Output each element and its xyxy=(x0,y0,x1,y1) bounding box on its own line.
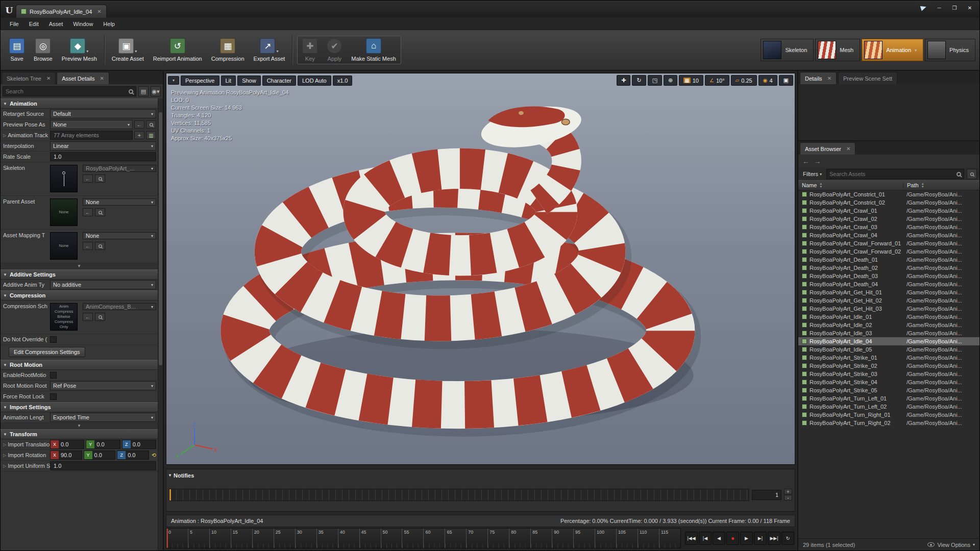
to-front-button[interactable]: |◀◀ xyxy=(685,532,698,545)
minimize-button[interactable]: ─ xyxy=(932,3,947,13)
asset-row[interactable]: RosyBoaPolyArt_Turn_Left_02/Game/RosyBoa… xyxy=(798,403,979,411)
section-expander[interactable]: ▼ xyxy=(1,423,158,429)
lit-mode-button[interactable]: Lit xyxy=(221,76,236,86)
timeline-tick[interactable]: 35 xyxy=(316,529,338,548)
menu-window[interactable]: Window xyxy=(68,19,98,29)
timeline-tick[interactable]: 110 xyxy=(638,529,659,548)
column-header-path[interactable]: Path ▲▼ xyxy=(903,182,979,188)
timeline-tick[interactable]: 30 xyxy=(295,529,316,548)
asset-row[interactable]: RosyBoaPolyArt_Death_02/Game/RosyBoa/Ani… xyxy=(798,264,979,272)
parent-asset-thumbnail[interactable]: None xyxy=(50,198,78,226)
import-uniform-scale-input[interactable]: 1.0 xyxy=(50,461,156,470)
preview-pose-dropdown[interactable]: None▾ xyxy=(50,120,133,129)
timeline-tick[interactable]: 40 xyxy=(338,529,359,548)
asset-row[interactable]: RosyBoaPolyArt_Turn_Right_01/Game/RosyBo… xyxy=(798,411,979,419)
viewport-3d[interactable]: ▾ Perspective Lit Show Character LOD Aut… xyxy=(166,73,795,465)
asset-row[interactable]: RosyBoaPolyArt_Death_04/Game/RosyBoa/Ani… xyxy=(798,280,979,288)
notifies-count[interactable]: 1 xyxy=(752,490,781,500)
asset-row[interactable]: RosyBoaPolyArt_Death_03/Game/RosyBoa/Ani… xyxy=(798,272,979,280)
browse-to-icon[interactable] xyxy=(95,208,105,216)
collapse-icon[interactable]: ▾ xyxy=(169,473,171,478)
parent-asset-dropdown[interactable]: None▾ xyxy=(83,198,156,206)
asset-row[interactable]: RosyBoaPolyArt_Idle_05/Game/RosyBoa/Ani.… xyxy=(798,345,979,354)
use-selected-icon[interactable]: ← xyxy=(83,174,93,183)
asset-row[interactable]: RosyBoaPolyArt_Get_Hit_02/Game/RosyBoa/A… xyxy=(798,296,979,305)
history-back-button[interactable]: ← xyxy=(802,158,809,165)
export-asset-button[interactable]: ↗▾ Export Asset xyxy=(249,36,290,64)
timeline-ruler[interactable]: 0510152025303540455055606570758085909510… xyxy=(166,528,681,548)
reset-to-default-icon[interactable]: ⟲ xyxy=(152,452,156,459)
use-selected-icon[interactable]: ← xyxy=(83,242,93,250)
timeline-tick[interactable]: 70 xyxy=(466,529,487,548)
browse-to-icon[interactable] xyxy=(146,120,156,129)
section-root-motion[interactable]: ▼Root Motion xyxy=(1,360,158,370)
asset-row[interactable]: RosyBoaPolyArt_Crawl_03/Game/RosyBoa/Ani… xyxy=(798,223,979,231)
enable-root-motion-checkbox[interactable] xyxy=(50,372,57,379)
asset-row[interactable]: RosyBoaPolyArt_Get_Hit_01/Game/RosyBoa/A… xyxy=(798,288,979,296)
asset-row[interactable]: RosyBoaPolyArt_Strike_04/Game/RosyBoa/An… xyxy=(798,378,979,386)
menu-edit[interactable]: Edit xyxy=(24,19,44,29)
asset-row[interactable]: RosyBoaPolyArt_Get_Hit_03/Game/RosyBoa/A… xyxy=(798,305,979,313)
timeline-tick[interactable]: 90 xyxy=(552,529,573,548)
timeline-tick[interactable]: 100 xyxy=(595,529,616,548)
save-button[interactable]: ▤ Save xyxy=(5,36,29,64)
tab-close-icon[interactable]: ✕ xyxy=(46,76,51,81)
timeline-tick[interactable]: 75 xyxy=(487,529,509,548)
asset-mapping-thumbnail[interactable]: None xyxy=(50,232,78,260)
asset-row[interactable]: RosyBoaPolyArt_Strike_05/Game/RosyBoa/An… xyxy=(798,386,979,394)
screenshot-button[interactable]: ▣ xyxy=(779,75,793,86)
history-forward-button[interactable]: → xyxy=(814,158,821,165)
menu-file[interactable]: File xyxy=(5,19,24,29)
mode-physics-button[interactable]: Physics xyxy=(925,39,975,61)
section-import-settings[interactable]: ▼Import Settings xyxy=(1,402,158,412)
asset-mapping-dropdown[interactable]: None▾ xyxy=(83,232,156,239)
asset-row[interactable]: RosyBoaPolyArt_Crawl_Forward_01/Game/Ros… xyxy=(798,239,979,247)
additive-anim-dropdown[interactable]: No additive▾ xyxy=(50,280,156,289)
asset-row[interactable]: RosyBoaPolyArt_Crawl_Forward_02/Game/Ros… xyxy=(798,247,979,256)
property-matrix-button[interactable]: ▤ xyxy=(138,86,149,96)
retarget-source-dropdown[interactable]: Default▾ xyxy=(50,109,156,118)
timeline-tick[interactable]: 80 xyxy=(509,529,530,548)
use-selected-icon[interactable]: ← xyxy=(83,208,93,216)
grid-snap-button[interactable]: ▦10 xyxy=(679,75,703,86)
section-additive-settings[interactable]: ▼Additive Settings xyxy=(1,269,158,280)
feedback-icon[interactable] xyxy=(920,5,927,11)
edit-compression-settings-button[interactable]: Edit Compression Settings xyxy=(9,347,85,357)
timeline-tick[interactable]: 5 xyxy=(188,529,209,548)
timeline-tick[interactable]: 60 xyxy=(423,529,445,548)
maximize-button[interactable]: ❐ xyxy=(947,3,962,13)
mode-animation-button[interactable]: Animation ▾ xyxy=(862,39,923,61)
preview-mesh-button[interactable]: ◆▾ Preview Mesh xyxy=(57,36,102,64)
camera-speed-button[interactable]: ◉4 xyxy=(758,75,777,86)
apply-button[interactable]: ✔ Apply xyxy=(322,36,347,64)
import-translation-z[interactable]: Z0.0 xyxy=(122,440,156,449)
add-track-button[interactable]: + xyxy=(784,489,792,494)
rate-scale-input[interactable]: 1.0 xyxy=(50,152,156,161)
timeline-tick[interactable]: 95 xyxy=(573,529,595,548)
column-header-name[interactable]: Name ▲▼ xyxy=(798,182,903,188)
asset-row[interactable]: RosyBoaPolyArt_Idle_01/Game/RosyBoa/Ani.… xyxy=(798,313,979,321)
section-transform[interactable]: ▼Transform xyxy=(1,429,158,439)
timeline-tick[interactable]: 50 xyxy=(381,529,402,548)
timeline-tick[interactable]: 15 xyxy=(231,529,252,548)
timeline-tick[interactable]: 10 xyxy=(209,529,231,548)
play-button[interactable]: ▶ xyxy=(740,532,753,545)
step-back-button[interactable]: |◀ xyxy=(699,532,712,545)
angle-snap-button[interactable]: ∠10° xyxy=(705,75,729,86)
play-reverse-button[interactable]: ◀ xyxy=(713,532,725,545)
create-asset-button[interactable]: ▣▾ Create Asset xyxy=(107,36,149,64)
root-motion-root-dropdown[interactable]: Ref Pose▾ xyxy=(50,381,156,390)
mode-skeleton-button[interactable]: Skeleton xyxy=(761,39,814,61)
menu-asset[interactable]: Asset xyxy=(44,19,68,29)
asset-row[interactable]: RosyBoaPolyArt_Strike_02/Game/RosyBoa/An… xyxy=(798,362,979,370)
notifies-track[interactable] xyxy=(169,489,749,501)
playhead[interactable] xyxy=(167,529,168,548)
scrollbar[interactable] xyxy=(158,98,163,550)
skeleton-asset-dropdown[interactable]: RosyBoaPolyArt_...▾ xyxy=(83,165,156,172)
step-forward-button[interactable]: ▶| xyxy=(754,532,767,545)
section-expander[interactable]: ▼ xyxy=(1,263,158,269)
timeline-tick[interactable]: 115 xyxy=(659,529,680,548)
viewport-options-button[interactable]: ▾ xyxy=(168,76,179,85)
scrollbar-thumb[interactable] xyxy=(159,112,162,365)
lod-auto-button[interactable]: LOD Auto xyxy=(298,76,331,86)
